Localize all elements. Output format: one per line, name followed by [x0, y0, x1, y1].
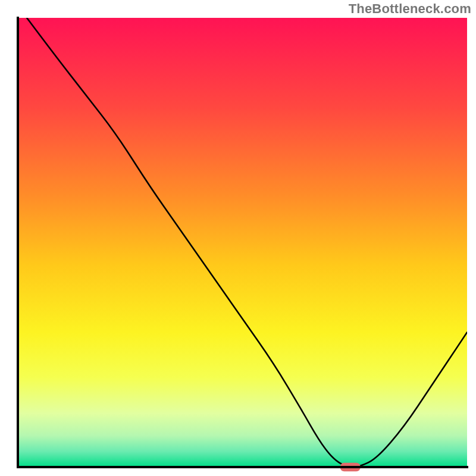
gradient-background [18, 18, 467, 467]
chart-container: TheBottleneck.com [0, 0, 476, 476]
chart-svg [0, 0, 476, 476]
watermark-text: TheBottleneck.com [349, 1, 471, 17]
